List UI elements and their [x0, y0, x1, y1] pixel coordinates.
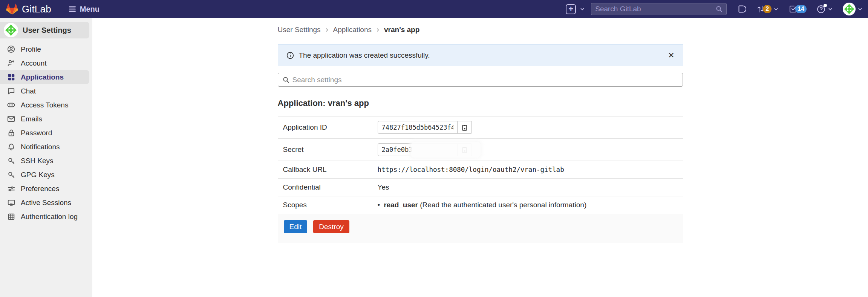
sidebar-item-label: GPG Keys [21, 171, 55, 179]
hamburger-icon [68, 5, 77, 14]
preferences-icon [7, 184, 15, 193]
sidebar-item-label: Applications [21, 73, 64, 81]
gitlab-app: GitLab Menu + [0, 0, 868, 297]
sidebar-item-label: Authentication log [21, 213, 78, 221]
authentication-log-icon [7, 212, 15, 221]
secret-group [378, 143, 472, 156]
sidebar-item-profile[interactable]: Profile [0, 42, 89, 56]
scope-name: read_user [384, 201, 418, 209]
sidebar-item-emails[interactable]: Emails [0, 112, 89, 126]
account-icon [7, 59, 15, 67]
copy-secret-button[interactable] [458, 143, 472, 156]
access-tokens-icon [7, 101, 15, 109]
sidebar-item-label: Emails [21, 115, 42, 123]
sidebar-item-gpg-keys[interactable]: GPG Keys [0, 168, 89, 182]
applications-icon [7, 73, 15, 81]
plus-icon: + [566, 4, 576, 14]
user-menu-dropdown[interactable] [843, 3, 863, 15]
breadcrumb: User Settings Applications vran's app [278, 18, 683, 34]
info-icon [286, 51, 294, 60]
breadcrumb-current: vran's app [384, 26, 419, 34]
sidebar-item-active-sessions[interactable]: Active Sessions [0, 196, 89, 210]
callback-url-row: Callback URL https://localhost:8080/logi… [278, 161, 683, 179]
sidebar-item-label: SSH Keys [21, 157, 54, 165]
settings-search-input[interactable] [292, 76, 678, 84]
alert-message: The application was created successfully… [299, 51, 430, 60]
application-id-field[interactable] [378, 121, 458, 134]
chevron-down-icon [773, 6, 779, 12]
top-navbar: GitLab Menu + [0, 0, 868, 18]
sidebar-item-label: Active Sessions [21, 199, 71, 207]
application-id-row: Application ID [278, 116, 683, 139]
breadcrumb-user-settings[interactable]: User Settings [278, 26, 321, 34]
settings-search[interactable] [278, 73, 683, 87]
secret-row: Secret [278, 139, 683, 161]
menu-label: Menu [80, 5, 100, 14]
scopes-list: • read_user (Read the authenticated user… [378, 201, 683, 209]
application-id-label: Application ID [283, 123, 378, 132]
sidebar-item-access-tokens[interactable]: Access Tokens [0, 98, 89, 112]
todos-button[interactable]: 14 [788, 5, 807, 14]
sidebar-item-chat[interactable]: Chat [0, 84, 89, 98]
chevron-down-icon [828, 6, 833, 12]
sidebar-item-ssh-keys[interactable]: SSH Keys [0, 154, 89, 168]
active-sessions-icon [7, 198, 15, 207]
page-title: Application: vran's app [278, 98, 683, 108]
edit-button[interactable]: Edit [284, 220, 308, 233]
sidebar-item-account[interactable]: Account [0, 56, 89, 70]
tanuki-icon [6, 3, 18, 15]
search-icon [283, 77, 289, 83]
sidebar-item-label: Account [21, 59, 47, 67]
logo-wordmark: GitLab [22, 3, 51, 15]
confidential-row: Confidential Yes [278, 179, 683, 196]
sidebar-header-user-settings[interactable]: User Settings [0, 22, 89, 38]
application-id-group [378, 121, 472, 134]
new-item-dropdown[interactable]: + [566, 4, 585, 14]
main-content: User Settings Applications vran's app Th… [92, 18, 868, 297]
ssh-keys-icon [7, 156, 15, 165]
notifications-icon [7, 142, 15, 151]
settings-sidebar: User Settings Profile Account Applicatio… [0, 18, 92, 297]
sidebar-item-authentication-log[interactable]: Authentication log [0, 210, 89, 224]
chevron-down-icon [580, 6, 585, 12]
secret-field[interactable] [378, 143, 458, 156]
sidebar-item-preferences[interactable]: Preferences [0, 182, 89, 196]
search-icon [716, 6, 723, 12]
secret-label: Secret [283, 145, 378, 154]
sidebar-item-label: Notifications [21, 143, 60, 151]
gitlab-logo[interactable]: GitLab [6, 3, 51, 15]
sidebar-item-label: Chat [21, 87, 36, 95]
sidebar-item-label: Profile [21, 45, 41, 54]
callback-url-value: https://localhost:8080/login/oauth2/vran… [378, 166, 683, 173]
merge-requests-dropdown[interactable]: 2 [756, 5, 779, 14]
sidebar-item-applications[interactable]: Applications [0, 70, 89, 84]
scope-description: (Read the authenticated user's personal … [420, 201, 586, 209]
issues-icon[interactable] [737, 5, 746, 14]
chevron-right-icon [325, 28, 329, 32]
chevron-down-icon [857, 6, 863, 12]
global-search[interactable] [591, 3, 727, 15]
sidebar-item-notifications[interactable]: Notifications [0, 140, 89, 154]
success-alert: The application was created successfully… [278, 44, 683, 66]
sidebar-title: User Settings [23, 26, 71, 35]
global-search-input[interactable] [595, 5, 716, 13]
help-dropdown[interactable] [816, 5, 833, 14]
sidebar-item-password[interactable]: Password [0, 126, 89, 140]
bullet-icon: • [378, 201, 380, 209]
actions-footer: Edit Destroy [278, 214, 683, 243]
close-icon[interactable]: ✕ [668, 51, 675, 59]
gpg-keys-icon [7, 170, 15, 179]
emails-icon [7, 115, 15, 123]
application-details-table: Application ID Secret [278, 116, 683, 214]
password-icon [7, 129, 15, 137]
notification-dot [824, 4, 827, 7]
sidebar-item-label: Access Tokens [21, 101, 68, 109]
breadcrumb-applications[interactable]: Applications [333, 26, 372, 34]
callback-url-label: Callback URL [283, 165, 378, 174]
user-avatar [4, 23, 18, 37]
todo-count-badge: 14 [795, 5, 807, 13]
destroy-button[interactable]: Destroy [313, 220, 349, 233]
copy-application-id-button[interactable] [458, 121, 472, 134]
scopes-row: Scopes • read_user (Read the authenticat… [278, 196, 683, 214]
menu-button[interactable]: Menu [68, 5, 100, 14]
